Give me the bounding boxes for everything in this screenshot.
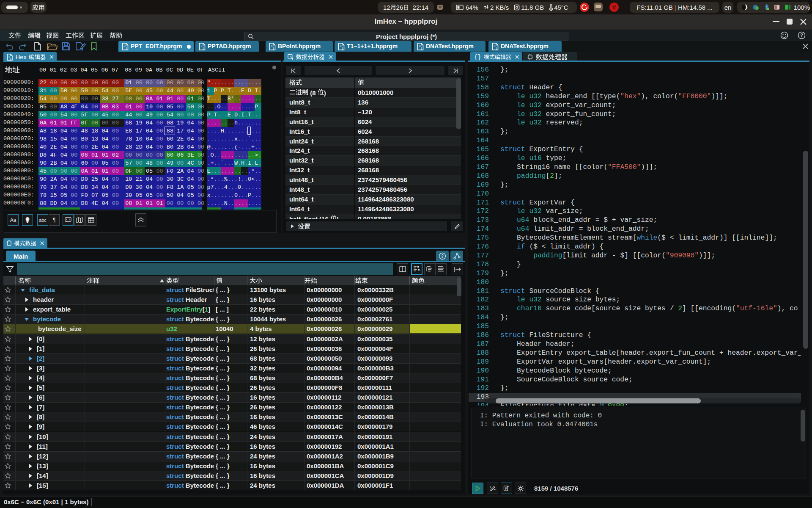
svg-text:1: 1 [126,47,127,50]
svg-text:1: 1 [496,47,497,50]
svg-text:1: 1 [342,47,343,50]
svg-text:1: 1 [273,47,274,50]
svg-text:1: 1 [421,47,422,50]
svg-text:1: 1 [203,47,204,50]
svg-text:?: ? [800,33,803,38]
svg-text:1: 1 [10,57,12,60]
